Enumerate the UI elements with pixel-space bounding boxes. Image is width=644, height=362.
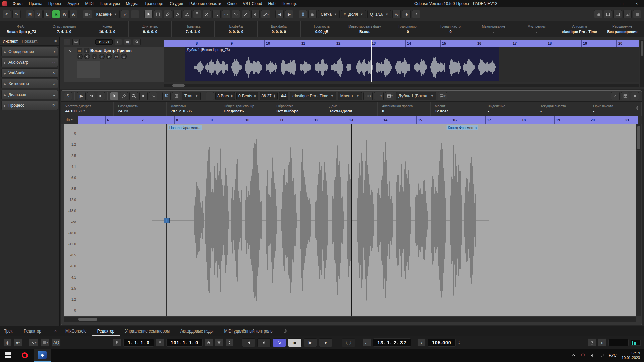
- go-to-previous-marker-button[interactable]: [242, 338, 255, 347]
- editor-layout-button[interactable]: [621, 92, 629, 100]
- editor-info-field[interactable]: Ориг. высота -: [589, 102, 642, 116]
- tab-inspector[interactable]: Инспект.: [3, 39, 18, 44]
- snap-type-dropdown[interactable]: Сетка▼: [318, 10, 340, 18]
- cycle-button[interactable]: [273, 338, 286, 347]
- time-format-icon[interactable]: ♩: [363, 338, 371, 347]
- take-photo-icon[interactable]: [72, 39, 80, 45]
- automation-button[interactable]: S: [35, 10, 43, 18]
- add-track-button[interactable]: +: [64, 39, 70, 45]
- taskbar-opera-icon[interactable]: [16, 349, 34, 362]
- menu-item[interactable]: Hub: [265, 0, 278, 7]
- write-automation-button[interactable]: W: [114, 54, 119, 59]
- lock-icon[interactable]: [205, 338, 213, 347]
- menu-item[interactable]: Правка: [26, 0, 46, 7]
- editor-v-scrollbar[interactable]: [636, 124, 641, 316]
- comment-button[interactable]: ▾: [438, 92, 447, 100]
- menu-item[interactable]: Транспорт: [141, 0, 167, 7]
- punch-filter-icon[interactable]: [215, 338, 223, 347]
- constrain-delay-icon[interactable]: ◎: [3, 338, 12, 347]
- zoom-preset-dropdown[interactable]: Масшт.▼: [338, 92, 362, 100]
- track-solo-button[interactable]: s: [84, 48, 89, 53]
- editor-h-scrollbar[interactable]: [64, 317, 636, 322]
- automation-button[interactable]: R: [52, 10, 60, 18]
- project-ruler[interactable]: 891011121314151617181920: [164, 40, 639, 47]
- time-signature-value[interactable]: 4/4: [279, 92, 289, 100]
- inspector-section[interactable]: AudioWarp »»: [1, 58, 58, 67]
- event-tempo-stepper[interactable]: 86.27▲▼: [260, 92, 278, 100]
- inspector-section[interactable]: Процесс ↻: [1, 101, 58, 110]
- scrollbar-handle[interactable]: [641, 41, 643, 56]
- midi-activity-dropdown[interactable]: ▾: [40, 338, 50, 347]
- editor-info-field[interactable]: Масшт. 12.0237: [431, 102, 483, 116]
- undo-button[interactable]: ↶: [3, 10, 11, 18]
- stepper-arrows-icon[interactable]: ▲▼: [231, 94, 233, 98]
- tab-visibility[interactable]: Показат.: [22, 39, 38, 44]
- iterative-quantize-button[interactable]: %: [392, 10, 401, 18]
- find-track-icon[interactable]: [133, 39, 141, 45]
- editor-grid-button[interactable]: [172, 92, 180, 100]
- menu-item[interactable]: Проект: [45, 0, 65, 7]
- object-selection-tool[interactable]: [144, 10, 153, 18]
- track-mute-button[interactable]: m: [77, 48, 82, 53]
- editor-grid-dropdown[interactable]: Такт▼: [182, 92, 201, 100]
- stepper-arrows-icon[interactable]: ▲▼: [254, 94, 256, 98]
- infoline-field[interactable]: Громкость 0.00 дБ: [301, 21, 343, 37]
- eraser-tool[interactable]: [173, 10, 182, 18]
- warp-marker[interactable]: T: [164, 218, 170, 223]
- left-locator-flag-icon[interactable]: [113, 338, 121, 347]
- menu-item[interactable]: Студия: [167, 0, 186, 7]
- infoline-field[interactable]: Алгоритм elastique Pro - Time: [558, 21, 601, 37]
- color-tool-dropdown[interactable]: ▾: [261, 10, 271, 18]
- editor-zoom-tool[interactable]: [129, 92, 138, 100]
- project-h-scrollbar[interactable]: [164, 84, 639, 87]
- menu-item[interactable]: Аудио: [65, 0, 82, 7]
- scrollbar-handle[interactable]: [78, 318, 97, 321]
- automation-button[interactable]: M: [26, 10, 34, 18]
- right-locator-display[interactable]: 101. 1. 1. 0: [166, 339, 203, 347]
- edit-channel-button[interactable]: e: [92, 54, 97, 59]
- close-lower-zone-icon[interactable]: ×: [54, 329, 57, 334]
- editor-info-field[interactable]: Общее Транспонир. Следовать: [219, 102, 272, 116]
- tray-volume-icon[interactable]: [590, 353, 595, 358]
- retrospective-record-button[interactable]: ◯: [342, 338, 355, 347]
- tab-sampler-control[interactable]: Управление семплером: [120, 327, 175, 336]
- tab-mixconsole[interactable]: MixConsole: [60, 327, 92, 336]
- maximize-button[interactable]: □: [614, 0, 629, 7]
- editor-setup-button[interactable]: [631, 92, 639, 100]
- left-locator-display[interactable]: 1. 1. 1. 0: [123, 339, 154, 347]
- audio-event[interactable]: Дубль 1 (Вокал Центр_73): [185, 47, 499, 81]
- track-header[interactable]: m s Вокал Центр Припев ● e ↻ R W ▤: [64, 47, 164, 82]
- menu-item[interactable]: Партитуры: [97, 0, 123, 7]
- editor-info-field[interactable]: Текущая высота -: [536, 102, 589, 116]
- editor-selection-tool[interactable]: [110, 92, 118, 100]
- editor-snap-button[interactable]: [162, 92, 171, 100]
- selection-end-line[interactable]: [479, 124, 479, 316]
- length-bars-stepper[interactable]: 8 Bars▲▼: [215, 92, 235, 100]
- editor-info-field[interactable]: Выделение -: [483, 102, 536, 116]
- tray-display-icon[interactable]: [599, 353, 604, 358]
- audio-event-waveform[interactable]: [185, 55, 498, 80]
- open-in-window-button[interactable]: [611, 92, 620, 100]
- scrollbar-handle[interactable]: [172, 84, 185, 87]
- infoline-field[interactable]: Расширение Без расширения: [601, 21, 644, 37]
- auto-scroll-button[interactable]: ⇄: [121, 10, 129, 18]
- automation-button[interactable]: A: [69, 10, 77, 18]
- pencil-tool[interactable]: [164, 10, 172, 18]
- waveform-display[interactable]: 0-1.2-2.5-4.1-6.0-8.5-12.0-18.0-oo-18.0-…: [64, 124, 636, 316]
- menu-item[interactable]: MIDI: [82, 0, 96, 7]
- range-selection-tool[interactable]: [154, 10, 162, 18]
- right-locator-flag-icon[interactable]: [156, 338, 164, 347]
- length-beats-stepper[interactable]: 0 Beats▲▼: [236, 92, 258, 100]
- infoline-field[interactable]: Конец 16. 4. 1. 0: [86, 21, 129, 37]
- tempo-display[interactable]: 105.000: [428, 339, 456, 347]
- inspector-section[interactable]: Определение ⇥: [1, 47, 58, 56]
- position-display[interactable]: 13. 1. 2. 37: [373, 338, 411, 347]
- editor-play-tool[interactable]: [139, 92, 148, 100]
- minimize-button[interactable]: –: [600, 0, 614, 7]
- automation-mode-dropdown[interactable]: Касание▼: [94, 10, 120, 18]
- inspector-section[interactable]: VariAudio ∿: [1, 68, 58, 78]
- infoline-field[interactable]: Файл Вокал Центр_73: [0, 21, 43, 37]
- tray-chevron-up-icon[interactable]: [571, 353, 576, 358]
- snap-button[interactable]: [299, 10, 307, 18]
- nudge-right-button[interactable]: ▶: [285, 10, 293, 18]
